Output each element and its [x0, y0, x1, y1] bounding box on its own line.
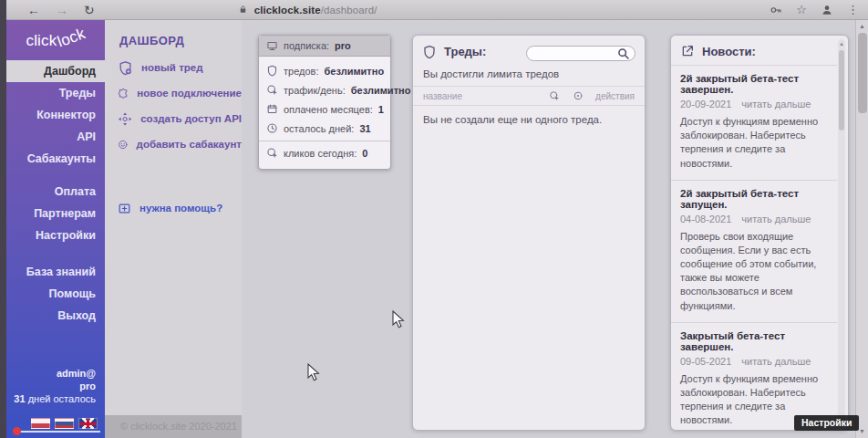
subscription-header: подписка: pro: [259, 36, 390, 57]
threads-table-header: название действия: [413, 86, 645, 106]
sidebar: clicklock Дашборд Треды Коннектор API Са…: [6, 20, 105, 438]
add-subaccount-button[interactable]: добавить сабакаунт: [118, 131, 242, 157]
news-header: Новости:: [671, 36, 848, 65]
forward-icon[interactable]: →: [56, 4, 68, 16]
scroll-up-icon[interactable]: ▲: [838, 39, 845, 48]
read-more-link[interactable]: читать дальше: [741, 99, 811, 110]
shield-icon: [422, 45, 437, 59]
lock-icon: [238, 5, 248, 15]
browser-toolbar: ← → ↻ clicklock.site/dashboard/ ☆ ⋮: [0, 0, 868, 20]
news-panel: Новости: 2й закрытый бета-тест завершен.…: [670, 35, 849, 431]
sidebar-item-subaccounts[interactable]: Сабакаунты: [6, 148, 105, 170]
calendar-icon: [266, 103, 278, 115]
news-scrollbar-thumb[interactable]: [839, 50, 844, 130]
copyright: © clicklock.site 2020-2021: [105, 415, 242, 438]
page-title: ДАШБОРД: [119, 34, 242, 47]
news-item: 2й закрытый бета-тест запущен. 04-08-202…: [671, 180, 837, 322]
news-list: 2й закрытый бета-тест завершен. 20-09-20…: [671, 65, 837, 431]
external-link-icon: [680, 44, 695, 58]
threads-header: Треды:: [413, 36, 645, 66]
scroll-up-icon[interactable]: ▲: [856, 20, 868, 33]
clicklock-logo: clicklock: [6, 20, 105, 53]
shield-plus-icon: [118, 60, 133, 76]
puzzle-icon: [118, 86, 129, 101]
subscription-rows: тредов: безлимитно трафик/день: безлимит…: [259, 57, 390, 169]
need-help-link[interactable]: нужна помощь?: [118, 195, 242, 221]
sidebar-item-threads[interactable]: Треды: [6, 82, 105, 104]
name-column-header: название: [423, 91, 549, 101]
account-plan: pro: [14, 380, 96, 392]
sidebar-item-settings[interactable]: Настройки: [6, 224, 105, 246]
days-left-row: осталось дней: 31: [259, 119, 390, 138]
threads-title: Треды:: [444, 45, 486, 58]
quick-actions: новый тред новое подключение создать дос…: [105, 55, 242, 157]
sidebar-item-help[interactable]: Помощь: [6, 283, 105, 305]
settings-tooltip[interactable]: Настройки: [794, 415, 859, 431]
news-item-date: 09-05-2021: [680, 356, 731, 367]
address-bar[interactable]: clicklock.site/dashboard/: [238, 5, 377, 16]
news-scrollbar[interactable]: ▲: [838, 39, 845, 426]
shield-icon: [266, 65, 278, 77]
sidebar-item-payment[interactable]: Оплата: [6, 181, 105, 203]
account-days-left: 31 дней осталось: [14, 392, 96, 405]
page-scrollbar-thumb[interactable]: [858, 33, 867, 113]
uk-flag-icon[interactable]: [78, 418, 98, 429]
actions-column-header: действия: [595, 91, 635, 101]
sidebar-nav: Дашборд Треды Коннектор API Сабакаунты О…: [6, 60, 105, 327]
monitor-icon: [266, 40, 278, 52]
move-arrows-icon: [118, 111, 132, 127]
click-icon: [266, 84, 278, 96]
news-item-body: Доступ к функциям временно заблокирован.…: [680, 115, 837, 171]
window-edge: [0, 0, 6, 438]
paid-months-row: оплачено месяцев: 1: [259, 99, 390, 119]
news-item-title: 2й закрытый бета-тест запущен.: [680, 188, 837, 210]
clicks-column-icon: [549, 90, 560, 101]
video-scrubber-dot[interactable]: [13, 427, 21, 435]
new-connection-button[interactable]: новое подключение: [118, 80, 242, 106]
poland-flag-icon[interactable]: [31, 418, 50, 429]
news-item-title: 2й закрытый бета-тест завершен.: [680, 73, 837, 95]
sidebar-item-api[interactable]: API: [6, 126, 105, 148]
browser-menu-icon[interactable]: ⋮: [847, 3, 859, 16]
new-connection-label: новое подключение: [137, 88, 242, 99]
threads-search: [526, 44, 636, 59]
page-scrollbar[interactable]: ▲ ▼: [855, 20, 868, 438]
reload-icon[interactable]: ↻: [84, 4, 95, 16]
threads-panel: Треды: Вы достигли лимита тредов названи…: [412, 35, 646, 431]
news-item-date: 04-08-2021: [680, 214, 731, 224]
news-item-date: 20-09-2021: [680, 99, 731, 110]
sidebar-item-logout[interactable]: Выход: [6, 305, 105, 327]
create-api-access-button[interactable]: создать доступ API: [118, 106, 242, 131]
read-more-link[interactable]: читать дальше: [741, 356, 811, 367]
key-icon[interactable]: [770, 4, 782, 16]
threads-empty-message: Вы не создали еще ни одного треда.: [413, 106, 645, 133]
traffic-per-day-row: трафик/день: безлимитно: [259, 80, 390, 99]
language-switcher: [31, 418, 98, 429]
read-more-link[interactable]: читать дальше: [741, 214, 811, 224]
face-icon: [118, 137, 129, 152]
clock-icon: [266, 122, 278, 134]
sidebar-item-connector[interactable]: Коннектор: [6, 104, 105, 126]
bookmark-star-icon[interactable]: ☆: [796, 3, 807, 16]
threads-limit-row: тредов: безлимитно: [259, 61, 390, 80]
dashboard-menu-panel: ДАШБОРД новый тред новое подключение соз…: [105, 20, 242, 438]
sidebar-item-partners[interactable]: Партнерам: [6, 203, 105, 224]
account-info: admin@ pro 31 дней осталось: [14, 367, 96, 405]
video-progress-line: [20, 431, 100, 433]
subscription-plan-value: pro: [335, 40, 351, 51]
sidebar-item-dashboard[interactable]: Дашборд: [6, 60, 105, 82]
russia-flag-icon[interactable]: [55, 418, 74, 429]
sidebar-item-knowledge-base[interactable]: База знаний: [6, 261, 105, 283]
card-divider: [259, 141, 390, 141]
new-thread-button[interactable]: новый тред: [118, 55, 242, 80]
target-column-icon: [573, 90, 584, 101]
subscription-label: подписка:: [284, 40, 329, 51]
mouse-cursor: [307, 363, 320, 383]
profile-icon[interactable]: [821, 4, 833, 16]
back-icon[interactable]: ←: [27, 4, 40, 16]
url-text[interactable]: clicklock.site/dashboard/: [254, 5, 377, 16]
news-item: 2й закрытый бета-тест завершен. 20-09-20…: [671, 65, 837, 180]
threads-limit-notice: Вы достигли лимита тредов: [413, 66, 645, 86]
new-thread-label: новый тред: [141, 62, 202, 73]
news-item-body: Проверь свои входящие сообщения. Если у …: [680, 230, 837, 313]
